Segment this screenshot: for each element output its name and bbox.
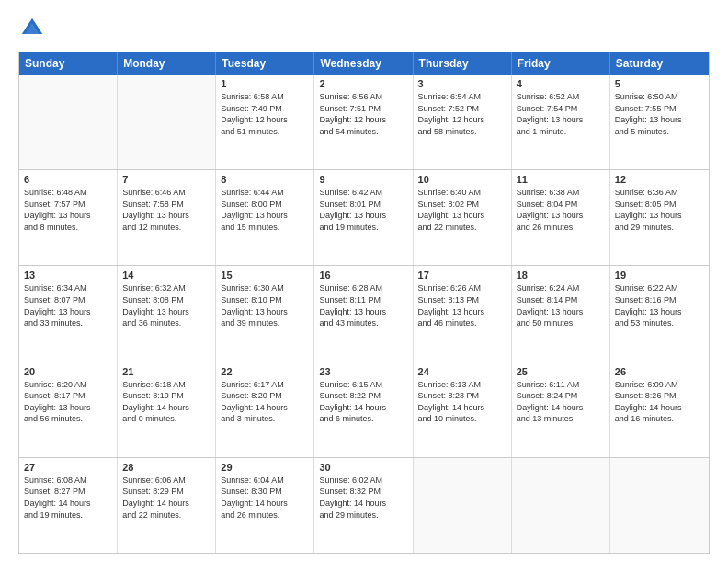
sun-info: Sunrise: 6:34 AM Sunset: 8:07 PM Dayligh… xyxy=(24,282,112,328)
calendar-cell: 28Sunrise: 6:06 AM Sunset: 8:29 PM Dayli… xyxy=(118,458,216,553)
logo xyxy=(18,15,50,42)
calendar-cell: 1Sunrise: 6:58 AM Sunset: 7:49 PM Daylig… xyxy=(216,75,314,169)
calendar-cell: 10Sunrise: 6:40 AM Sunset: 8:02 PM Dayli… xyxy=(414,170,512,265)
day-number: 5 xyxy=(615,78,704,89)
sun-info: Sunrise: 6:02 AM Sunset: 8:32 PM Dayligh… xyxy=(319,475,407,521)
calendar-cell: 25Sunrise: 6:11 AM Sunset: 8:24 PM Dayli… xyxy=(512,362,610,457)
sun-info: Sunrise: 6:17 AM Sunset: 8:20 PM Dayligh… xyxy=(221,379,309,425)
day-number: 24 xyxy=(418,366,506,377)
calendar: SundayMondayTuesdayWednesdayThursdayFrid… xyxy=(18,52,710,554)
day-number: 17 xyxy=(418,270,506,281)
calendar-cell: 24Sunrise: 6:13 AM Sunset: 8:23 PM Dayli… xyxy=(414,362,512,457)
day-number: 2 xyxy=(319,78,407,89)
header xyxy=(18,15,710,42)
calendar-cell: 6Sunrise: 6:48 AM Sunset: 7:57 PM Daylig… xyxy=(19,170,118,265)
day-number: 29 xyxy=(221,462,309,473)
sun-info: Sunrise: 6:30 AM Sunset: 8:10 PM Dayligh… xyxy=(221,282,309,328)
day-number: 28 xyxy=(122,462,210,473)
sun-info: Sunrise: 6:22 AM Sunset: 8:16 PM Dayligh… xyxy=(615,282,704,328)
calendar-cell: 12Sunrise: 6:36 AM Sunset: 8:05 PM Dayli… xyxy=(610,170,709,265)
calendar-row: 6Sunrise: 6:48 AM Sunset: 7:57 PM Daylig… xyxy=(19,169,709,265)
calendar-cell: 21Sunrise: 6:18 AM Sunset: 8:19 PM Dayli… xyxy=(118,362,216,457)
calendar-cell: 13Sunrise: 6:34 AM Sunset: 8:07 PM Dayli… xyxy=(19,266,118,361)
calendar-header: SundayMondayTuesdayWednesdayThursdayFrid… xyxy=(19,52,709,75)
calendar-cell: 15Sunrise: 6:30 AM Sunset: 8:10 PM Dayli… xyxy=(216,266,314,361)
day-number: 6 xyxy=(24,174,112,185)
sun-info: Sunrise: 6:50 AM Sunset: 7:55 PM Dayligh… xyxy=(615,91,704,137)
sun-info: Sunrise: 6:09 AM Sunset: 8:26 PM Dayligh… xyxy=(615,379,704,425)
calendar-cell: 23Sunrise: 6:15 AM Sunset: 8:22 PM Dayli… xyxy=(314,362,413,457)
calendar-cell: 26Sunrise: 6:09 AM Sunset: 8:26 PM Dayli… xyxy=(610,362,709,457)
calendar-cell: 19Sunrise: 6:22 AM Sunset: 8:16 PM Dayli… xyxy=(610,266,709,361)
day-number: 15 xyxy=(221,270,309,281)
sun-info: Sunrise: 6:26 AM Sunset: 8:13 PM Dayligh… xyxy=(418,282,506,328)
sun-info: Sunrise: 6:24 AM Sunset: 8:14 PM Dayligh… xyxy=(517,282,605,328)
calendar-cell: 22Sunrise: 6:17 AM Sunset: 8:20 PM Dayli… xyxy=(216,362,314,457)
calendar-cell xyxy=(414,458,512,553)
calendar-row: 27Sunrise: 6:08 AM Sunset: 8:27 PM Dayli… xyxy=(19,457,709,553)
logo-icon xyxy=(18,15,46,42)
sun-info: Sunrise: 6:04 AM Sunset: 8:30 PM Dayligh… xyxy=(221,475,309,521)
day-number: 9 xyxy=(319,174,407,185)
sun-info: Sunrise: 6:52 AM Sunset: 7:54 PM Dayligh… xyxy=(517,91,605,137)
sun-info: Sunrise: 6:42 AM Sunset: 8:01 PM Dayligh… xyxy=(319,187,407,233)
sun-info: Sunrise: 6:32 AM Sunset: 8:08 PM Dayligh… xyxy=(122,282,210,328)
day-number: 7 xyxy=(122,174,210,185)
day-number: 18 xyxy=(517,270,605,281)
day-number: 1 xyxy=(221,78,309,89)
sun-info: Sunrise: 6:48 AM Sunset: 7:57 PM Dayligh… xyxy=(24,187,112,233)
day-number: 8 xyxy=(221,174,309,185)
day-number: 26 xyxy=(615,366,704,377)
calendar-row: 13Sunrise: 6:34 AM Sunset: 8:07 PM Dayli… xyxy=(19,265,709,361)
day-number: 25 xyxy=(517,366,605,377)
calendar-cell: 3Sunrise: 6:54 AM Sunset: 7:52 PM Daylig… xyxy=(414,75,512,169)
day-number: 16 xyxy=(319,270,407,281)
sun-info: Sunrise: 6:13 AM Sunset: 8:23 PM Dayligh… xyxy=(418,379,506,425)
calendar-cell xyxy=(19,75,118,169)
day-number: 14 xyxy=(122,270,210,281)
calendar-cell: 9Sunrise: 6:42 AM Sunset: 8:01 PM Daylig… xyxy=(314,170,413,265)
sun-info: Sunrise: 6:58 AM Sunset: 7:49 PM Dayligh… xyxy=(221,91,309,137)
calendar-cell: 30Sunrise: 6:02 AM Sunset: 8:32 PM Dayli… xyxy=(314,458,413,553)
day-number: 13 xyxy=(24,270,112,281)
day-number: 3 xyxy=(418,78,506,89)
calendar-row: 1Sunrise: 6:58 AM Sunset: 7:49 PM Daylig… xyxy=(19,75,709,169)
day-number: 22 xyxy=(221,366,309,377)
day-number: 23 xyxy=(319,366,407,377)
weekday-header: Thursday xyxy=(414,52,512,75)
sun-info: Sunrise: 6:38 AM Sunset: 8:04 PM Dayligh… xyxy=(517,187,605,233)
sun-info: Sunrise: 6:28 AM Sunset: 8:11 PM Dayligh… xyxy=(319,282,407,328)
sun-info: Sunrise: 6:11 AM Sunset: 8:24 PM Dayligh… xyxy=(517,379,605,425)
calendar-body: 1Sunrise: 6:58 AM Sunset: 7:49 PM Daylig… xyxy=(19,75,709,553)
calendar-cell: 4Sunrise: 6:52 AM Sunset: 7:54 PM Daylig… xyxy=(512,75,610,169)
sun-info: Sunrise: 6:40 AM Sunset: 8:02 PM Dayligh… xyxy=(418,187,506,233)
weekday-header: Monday xyxy=(118,52,216,75)
calendar-cell: 18Sunrise: 6:24 AM Sunset: 8:14 PM Dayli… xyxy=(512,266,610,361)
calendar-cell: 5Sunrise: 6:50 AM Sunset: 7:55 PM Daylig… xyxy=(610,75,709,169)
calendar-cell: 17Sunrise: 6:26 AM Sunset: 8:13 PM Dayli… xyxy=(414,266,512,361)
calendar-cell: 27Sunrise: 6:08 AM Sunset: 8:27 PM Dayli… xyxy=(19,458,118,553)
sun-info: Sunrise: 6:18 AM Sunset: 8:19 PM Dayligh… xyxy=(122,379,210,425)
calendar-cell: 20Sunrise: 6:20 AM Sunset: 8:17 PM Dayli… xyxy=(19,362,118,457)
day-number: 20 xyxy=(24,366,112,377)
calendar-cell: 16Sunrise: 6:28 AM Sunset: 8:11 PM Dayli… xyxy=(314,266,413,361)
calendar-cell xyxy=(118,75,216,169)
calendar-cell: 2Sunrise: 6:56 AM Sunset: 7:51 PM Daylig… xyxy=(314,75,413,169)
calendar-cell: 8Sunrise: 6:44 AM Sunset: 8:00 PM Daylig… xyxy=(216,170,314,265)
weekday-header: Saturday xyxy=(610,52,709,75)
calendar-cell: 7Sunrise: 6:46 AM Sunset: 7:58 PM Daylig… xyxy=(118,170,216,265)
sun-info: Sunrise: 6:15 AM Sunset: 8:22 PM Dayligh… xyxy=(319,379,407,425)
day-number: 27 xyxy=(24,462,112,473)
weekday-header: Tuesday xyxy=(216,52,314,75)
day-number: 12 xyxy=(615,174,704,185)
calendar-cell: 11Sunrise: 6:38 AM Sunset: 8:04 PM Dayli… xyxy=(512,170,610,265)
calendar-cell: 14Sunrise: 6:32 AM Sunset: 8:08 PM Dayli… xyxy=(118,266,216,361)
sun-info: Sunrise: 6:36 AM Sunset: 8:05 PM Dayligh… xyxy=(615,187,704,233)
page: SundayMondayTuesdayWednesdayThursdayFrid… xyxy=(0,0,728,563)
weekday-header: Friday xyxy=(512,52,610,75)
sun-info: Sunrise: 6:46 AM Sunset: 7:58 PM Dayligh… xyxy=(122,187,210,233)
day-number: 21 xyxy=(122,366,210,377)
day-number: 4 xyxy=(517,78,605,89)
weekday-header: Wednesday xyxy=(314,52,413,75)
day-number: 30 xyxy=(319,462,407,473)
